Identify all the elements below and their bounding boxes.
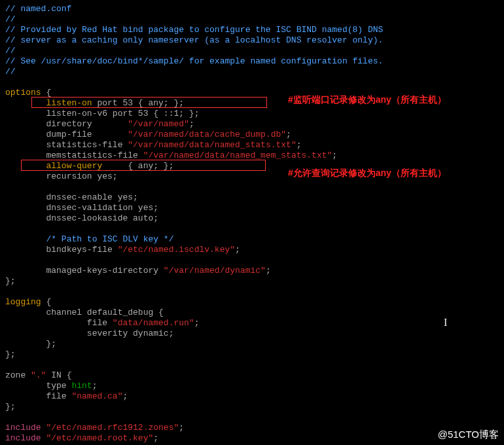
comment: // Provided by Red Hat bind package to c…	[5, 25, 383, 35]
code-text: listen-on-v6 port 53 { ::1; };	[46, 109, 199, 118]
string: "/var/named/data/named_mem_stats.txt"	[143, 151, 333, 160]
code-text: dnssec-validation yes;	[46, 203, 158, 213]
code-text: file	[87, 318, 113, 328]
semicolon: ;	[266, 266, 271, 276]
semicolon: ;	[194, 318, 200, 328]
string: "."	[31, 370, 46, 380]
value: hint	[71, 381, 92, 391]
brace-close: };	[46, 339, 56, 349]
watermark: @51CTO博客	[438, 429, 499, 440]
keyword-logging: logging	[5, 297, 41, 307]
code-text: type	[46, 381, 71, 391]
code-text: dnssec-lookaside auto;	[46, 213, 158, 223]
string: "/var/named/dynamic"	[164, 266, 266, 276]
code-text: zone	[5, 370, 31, 380]
code-text: statistics-file	[46, 140, 128, 150]
string: "/etc/named.root.key"	[41, 433, 154, 443]
semicolon: ;	[92, 381, 98, 391]
string: "/var/named/data/named_stats.txt"	[128, 140, 296, 150]
string: "/var/named/data/cache_dump.db"	[128, 130, 286, 139]
annotation-allow-query: #允许查询记录修改为any（所有主机）	[288, 168, 446, 178]
comment: // server as a caching only nameserver (…	[5, 35, 383, 45]
semicolon: ;	[286, 130, 291, 139]
comment: //	[5, 46, 16, 56]
code-text: dnssec-enable yes;	[46, 192, 137, 202]
brace-close: };	[5, 276, 16, 286]
text-cursor-icon: I	[444, 317, 447, 328]
semicolon: ;	[332, 151, 337, 160]
brace-close: };	[5, 402, 16, 412]
code-block: // named.conf // // Provided by Red Hat …	[5, 4, 383, 444]
semicolon: ;	[297, 140, 302, 150]
code-text: file	[46, 391, 71, 401]
comment: /* Path to ISC DLV key */	[46, 234, 173, 244]
code-text: directory	[46, 119, 128, 129]
string: "/var/named"	[128, 119, 189, 129]
string: "/etc/named.iscdlv.key"	[118, 245, 235, 255]
code-text: severity dynamic;	[87, 329, 174, 338]
annotation-listen: #监听端口记录修改为any（所有主机）	[288, 94, 446, 105]
string: "/etc/named.rfc1912.zones"	[41, 423, 179, 433]
code-text: port 53 { any; };	[92, 98, 184, 108]
string: "named.ca"	[71, 391, 122, 401]
comment: // named.conf	[5, 4, 71, 14]
comment: // See /usr/share/doc/bind*/sample/ for …	[5, 56, 383, 66]
code-text: managed-keys-directory	[46, 266, 163, 276]
string: "data/named.run"	[113, 318, 194, 328]
keyword-options: options	[5, 88, 41, 98]
brace: {	[41, 297, 52, 307]
code-text: { any; };	[102, 161, 173, 171]
brace-close: };	[5, 349, 16, 359]
semicolon: ;	[153, 433, 158, 443]
code-text: memstatistics-file	[46, 151, 143, 160]
keyword-include: include	[5, 433, 41, 443]
code-text: dump-file	[46, 130, 128, 139]
code-text: channel default_debug {	[46, 308, 163, 317]
semicolon: ;	[235, 245, 240, 255]
code-text: bindkeys-file	[46, 245, 117, 255]
brace: {	[41, 88, 52, 98]
code-text: IN {	[46, 370, 71, 380]
semicolon: ;	[189, 119, 194, 129]
keyword-allow-query: allow-query	[46, 161, 102, 171]
comment: //	[5, 67, 16, 77]
code-text: recursion yes;	[46, 171, 117, 181]
keyword-listen-on: listen-on	[46, 98, 92, 108]
semicolon: ;	[122, 391, 128, 401]
keyword-include: include	[5, 423, 41, 433]
comment: //	[5, 14, 16, 24]
semicolon: ;	[179, 423, 184, 433]
